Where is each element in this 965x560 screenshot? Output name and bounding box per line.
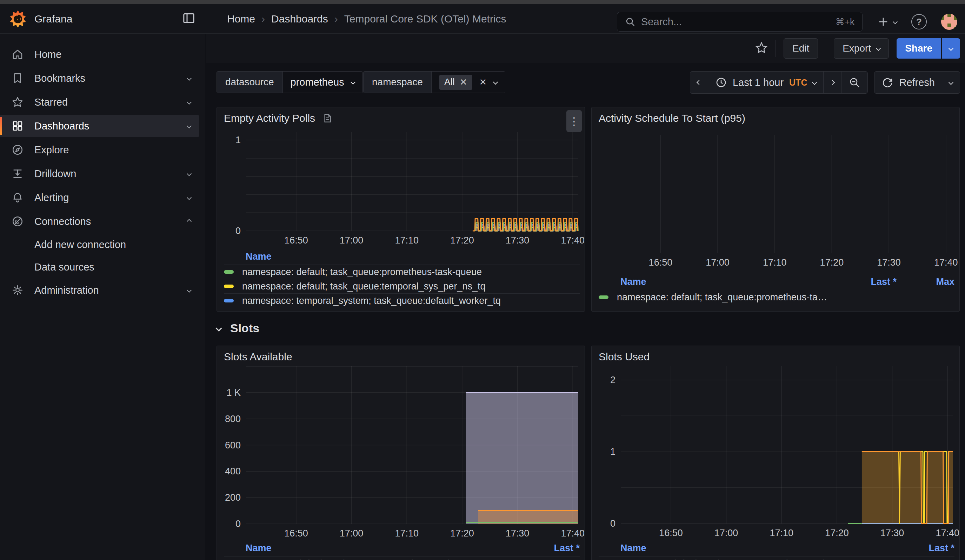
chevron-down-icon [187,123,191,129]
search-shortcut: ⌘+k [836,16,854,28]
sidebar-item-connections[interactable]: Connections [0,210,199,233]
divider [934,13,934,30]
legend: Namenamespace: default; task_queue:prome… [224,248,580,308]
legend-row[interactable]: namespace: default; task_queue:prometheu… [224,264,580,279]
time-range-picker[interactable]: Last 1 hour UTC [708,72,824,93]
legend: NameLast *Maxnamespace: default; task_qu… [599,274,955,304]
sidebar-item-explore[interactable]: Explore [0,139,199,161]
panel-title[interactable]: Slots Available [224,351,292,363]
chart-canvas[interactable]: 16:5017:0017:1017:2017:3017:40 [592,132,959,272]
legend-row[interactable]: namespace: default; task_queue:prometheu… [224,556,580,560]
legend: NameLast *namespace: default; task_queue… [224,540,580,560]
legend-column-name[interactable]: Name [245,251,272,262]
svg-text:1: 1 [610,446,615,457]
sidebar-item-administration[interactable]: Administration [0,279,199,301]
remove-value-icon[interactable]: ✕ [460,77,468,88]
sidebar-item-label: Connections [34,216,91,227]
sidebar-item-bookmarks[interactable]: Bookmarks [0,67,199,90]
slots-available-chart[interactable]: 16:5017:0017:1017:2017:3017:401 K8006004… [218,366,584,539]
svg-text:16:50: 16:50 [284,528,308,539]
chart-canvas[interactable]: 16:5017:0017:1017:2017:3017:4010 [218,132,584,248]
sidebar-item-home[interactable]: Home [0,43,199,65]
export-button[interactable]: Export [834,38,889,59]
legend-column-name[interactable]: Name [620,276,646,287]
panel-description-icon[interactable] [322,113,333,124]
search-input[interactable]: Search... ⌘+k [617,12,862,31]
breadcrumb-item[interactable]: Dashboards [271,13,328,25]
activity-schedule-chart[interactable]: 16:5017:0017:1017:2017:3017:40 [592,132,959,272]
sidebar-item-add-new-connection[interactable]: Add new connection [0,234,199,255]
sidebar-item-alerting[interactable]: Alerting [0,186,199,209]
svg-text:1 K: 1 K [226,387,241,398]
panel-title[interactable]: Activity Schedule To Start (p95) [599,112,745,124]
panel-menu-button[interactable]: ⋮ [566,110,582,132]
refresh-label: Refresh [899,77,935,88]
legend-column-max[interactable]: Max [896,276,955,287]
zoom-out-button[interactable] [841,72,867,93]
chart-canvas[interactable]: 16:5017:0017:1017:2017:3017:40210 [592,366,959,539]
svg-text:200: 200 [225,492,241,503]
panel-title-text: Slots Used [599,351,649,363]
panel-activity-schedule-to-start: Activity Schedule To Start (p95) 16:5017… [591,107,960,312]
legend-row[interactable]: namespace: temporal_system; task_queue:d… [224,293,580,308]
sidebar-item-drilldown[interactable]: Drilldown [0,162,199,185]
refresh-button[interactable]: Refresh [875,72,942,93]
slots-used-chart[interactable]: 16:5017:0017:1017:2017:3017:40210 [592,366,959,539]
breadcrumb-item[interactable]: Home [227,13,255,25]
legend-column-last[interactable]: Last * [513,543,580,553]
home-icon [10,48,25,61]
sidebar-item-starred[interactable]: Starred [0,91,199,113]
sidebar-item-data-sources[interactable]: Data sources [0,256,199,278]
time-shift-forward-button[interactable] [823,72,841,93]
svg-text:17:40: 17:40 [561,528,584,539]
share-dropdown-button[interactable] [942,38,960,59]
legend-column-name[interactable]: Name [620,543,646,553]
svg-text:17:10: 17:10 [770,528,793,538]
empty-activity-polls-chart[interactable]: 16:5017:0017:1017:2017:3017:4010 [218,132,584,248]
chart-canvas[interactable]: 16:5017:0017:1017:2017:3017:401 K8006004… [218,366,584,539]
share-button[interactable]: Share [896,38,941,59]
timezone-label: UTC [789,78,807,88]
legend-column-last[interactable]: Last * [830,276,896,287]
svg-text:17:00: 17:00 [340,235,363,246]
slots-section-toggle[interactable]: Slots [216,322,259,335]
legend-row[interactable]: namespace: default; task_queue:prometheu… [599,290,955,304]
user-avatar[interactable] [941,14,957,30]
namespace-chip[interactable]: All ✕ [439,75,472,90]
refresh-group: Refresh [874,71,960,94]
star-dashboard-button[interactable] [755,41,768,56]
compass-icon [10,144,25,156]
sidebar-item-label: Bookmarks [34,73,85,84]
legend-column-name[interactable]: Name [245,543,272,553]
svg-text:400: 400 [225,466,241,477]
chevron-down-icon [893,19,898,24]
plus-icon [877,16,889,28]
refresh-interval-button[interactable] [942,72,960,93]
help-button[interactable]: ? [911,14,927,29]
namespace-select[interactable]: All ✕ ✕ [431,72,505,93]
panel-title[interactable]: Empty Activity Polls [224,112,333,124]
chevron-up-icon [187,218,191,225]
time-controls: Last 1 hour UTC Refresh [690,71,960,94]
chevron-down-icon [949,46,954,51]
edit-button[interactable]: Edit [783,38,818,59]
datasource-variable: datasource prometheus [216,71,363,93]
time-shift-back-button[interactable] [690,72,708,93]
panel-title[interactable]: Slots Used [599,351,649,363]
datasource-select[interactable]: prometheus [283,72,363,93]
series-name: namespace: default; task_queue:prometheu… [617,292,830,303]
legend-row[interactable]: namespace: default; task_queue:prometheu… [599,556,955,560]
legend-column-last[interactable]: Last * [888,543,955,553]
chevron-down-icon [949,80,954,85]
sidebar-item-dashboards[interactable]: Dashboards [0,115,199,137]
clear-all-icon[interactable]: ✕ [479,77,487,88]
new-button[interactable] [877,16,897,28]
sidebar-item-label: Add new connection [34,239,126,250]
sidebar-item-label: Home [34,49,61,60]
breadcrumb: Home›Dashboards›Temporal Core SDK (OTel)… [227,13,506,25]
svg-text:2: 2 [610,375,615,385]
sidebar-toggle-icon[interactable] [182,11,196,27]
share-split-button: Share [896,38,960,59]
sidebar-item-label: Data sources [34,261,95,273]
legend-row[interactable]: namespace: default; task_queue:temporal_… [224,279,580,293]
